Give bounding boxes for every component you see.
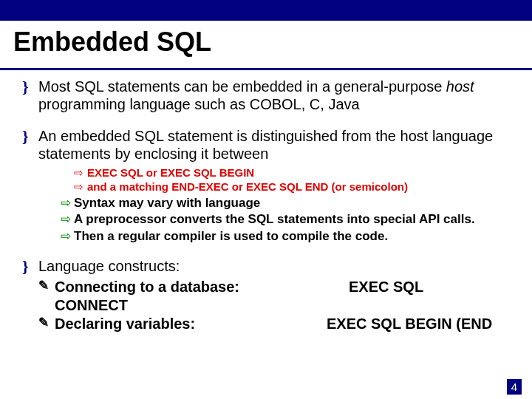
header-stripe xyxy=(0,0,532,21)
slide-content: } Most SQL statements can be embedded in… xyxy=(0,78,532,333)
pencil-icon: ✎ xyxy=(38,315,55,330)
lc-row2-label: Declaring variables: xyxy=(55,315,327,333)
bullet-1: } Most SQL statements can be embedded in… xyxy=(22,78,519,114)
b2-red1: EXEC SQL or EXEC SQL BEGIN xyxy=(87,166,254,180)
arrow-icon: ⇨ xyxy=(61,211,74,227)
brace-icon: } xyxy=(22,257,38,276)
lc-row1-cmd-a: EXEC SQL xyxy=(349,278,519,296)
b2-g1: Syntax may vary with language xyxy=(74,195,260,211)
bullet-3: } Language constructs: ✎ Connecting to a… xyxy=(22,257,519,333)
lc-row2-cmd: EXEC SQL BEGIN (END xyxy=(327,315,519,333)
b1-post: programming language such as COBOL, C, J… xyxy=(38,96,360,112)
brace-icon: } xyxy=(22,127,38,146)
pencil-icon: ✎ xyxy=(38,278,55,293)
lc-row1-cmd-b: CONNECT xyxy=(55,296,128,315)
lc-row1-label: Connecting to a database: xyxy=(55,278,349,296)
bullet-2-sublist: ⇨ EXEC SQL or EXEC SQL BEGIN ⇨ and a mat… xyxy=(61,166,519,244)
b2-red2: and a matching END-EXEC or EXEC SQL END … xyxy=(87,180,408,194)
arrow-icon: ⇨ xyxy=(61,228,74,244)
b2-g3: Then a regular compiler is used to compi… xyxy=(74,228,388,244)
bullet-2: } An embedded SQL statement is distingui… xyxy=(22,127,519,244)
slide-title: Embedded SQL xyxy=(0,21,532,70)
b2-g2: A preprocessor converts the SQL statemen… xyxy=(74,211,475,227)
arrow-icon: ⇨ xyxy=(74,180,87,194)
bullet-1-text: Most SQL statements can be embedded in a… xyxy=(38,78,519,114)
page-number: 4 xyxy=(507,379,522,395)
bullet-2-text: An embedded SQL statement is distinguish… xyxy=(38,127,519,163)
b1-pre: Most SQL statements can be embedded in a… xyxy=(38,78,446,95)
bullet-3-heading: Language constructs: xyxy=(38,257,180,275)
b1-host: host xyxy=(446,78,474,95)
brace-icon: } xyxy=(22,78,38,97)
language-constructs-list: ✎ Connecting to a database: EXEC SQL CON… xyxy=(38,278,519,333)
arrow-icon: ⇨ xyxy=(74,166,87,180)
arrow-icon: ⇨ xyxy=(61,195,74,211)
